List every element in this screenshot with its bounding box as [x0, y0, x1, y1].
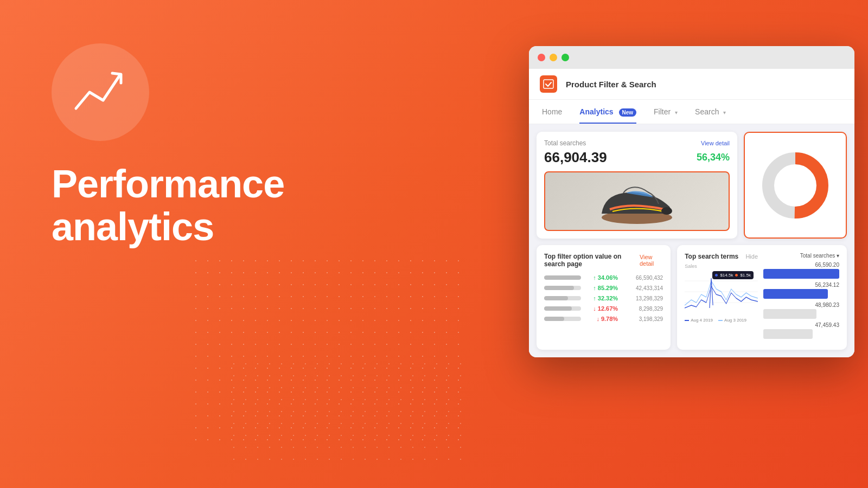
browser-window: Product Filter & Search Home Analytics N…: [529, 46, 854, 357]
filter-chevron-icon: ▾: [675, 110, 678, 115]
search-terms-card: Top search terms Hide Sales: [677, 245, 847, 350]
donut-chart-card: [744, 132, 847, 239]
search-bar-item-3: 47,459.43: [763, 322, 839, 339]
tooltip-val1: $14.5k: [720, 273, 733, 278]
line-chart-area: Top search terms Hide Sales: [685, 253, 758, 342]
dots-pattern-2: [228, 358, 472, 466]
filter-bar-0: [544, 275, 581, 280]
app-logo: [540, 75, 557, 93]
bar-value-0: 66,590.20: [763, 262, 839, 268]
filter-val-4: 3,198,329: [622, 316, 663, 322]
app-navbar: Product Filter & Search: [529, 69, 854, 100]
bar-value-2: 48,980.23: [763, 302, 839, 308]
bottom-cards-row: Top filter option value on search page V…: [537, 245, 847, 350]
search-bar-item-1: 56,234.12: [763, 282, 839, 299]
chart-sales-label: Sales: [685, 264, 758, 269]
hero-icon-circle: [52, 43, 149, 141]
filter-val-2: 13,298,329: [622, 296, 663, 301]
bar-fill-2: [763, 309, 816, 319]
chart-legend: Aug 4 2019 Aug 3 2019: [685, 318, 758, 323]
search-chevron-icon: ▾: [723, 110, 726, 115]
minimize-button[interactable]: [550, 54, 557, 61]
app-title: Product Filter & Search: [566, 80, 656, 89]
tooltip-dot-blue: [715, 274, 718, 277]
filter-val-1: 42,433,314: [622, 285, 663, 291]
filter-val-0: 66,590,432: [622, 275, 663, 281]
filter-pct-1: ↑ 85.29%: [585, 285, 618, 291]
chart-wrapper: $14.5k $1.5k: [685, 270, 758, 316]
analytics-badge: New: [619, 108, 637, 117]
cards-area: Total searches View detail 66,904.39 56,…: [529, 124, 854, 357]
nav-filter[interactable]: Filter ▾: [654, 100, 678, 124]
filter-bar-wrap-3: [544, 306, 581, 311]
nav-analytics[interactable]: Analytics New: [579, 100, 636, 124]
nav-search[interactable]: Search ▾: [695, 100, 726, 124]
total-searches-card: Total searches View detail 66,904.39 56,…: [537, 132, 737, 239]
tooltip-val2: $1.5k: [740, 273, 751, 278]
donut-chart: [760, 150, 831, 221]
filter-card-title: Top filter option value on search page: [544, 253, 640, 268]
tooltip-dot-orange: [735, 274, 738, 277]
search-bars-list: 66,590.20 56,234.12 48,980.23 47,459.43: [763, 262, 839, 339]
total-searches-dropdown[interactable]: Total searches ▾: [763, 253, 839, 259]
filter-rows: ↑ 34.06% 66,590,432 ↑ 85.29% 42,433,314 …: [544, 274, 663, 322]
bar-value-3: 47,459.43: [763, 322, 839, 328]
filter-view-detail[interactable]: View detail: [640, 254, 663, 267]
bar-fill-3: [763, 329, 813, 339]
filter-bar-4: [544, 317, 564, 321]
filter-val-3: 8,298,329: [622, 306, 663, 312]
legend-color-2: [718, 320, 723, 321]
legend-label-2: Aug 3 2019: [724, 318, 746, 323]
svg-rect-0: [544, 80, 553, 88]
filter-pct-3: ↓ 12.67%: [585, 305, 618, 312]
filter-bar-wrap-0: [544, 275, 581, 280]
hero-title-line1: Performance: [52, 163, 284, 206]
search-terms-title: Top search terms: [685, 253, 738, 260]
filter-options-card: Top filter option value on search page V…: [537, 245, 671, 350]
bar-fill-0: [763, 269, 839, 279]
filter-bar-wrap-4: [544, 317, 581, 321]
filter-pct-0: ↑ 34.06%: [585, 274, 618, 281]
svg-point-2: [661, 207, 672, 215]
shoe-icon: [593, 177, 680, 226]
legend-item-2: Aug 3 2019: [718, 318, 746, 323]
legend-item-1: Aug 4 2019: [685, 318, 713, 323]
filter-row-0: ↑ 34.06% 66,590,432: [544, 274, 663, 281]
legend-color-1: [685, 320, 689, 321]
maximize-button[interactable]: [561, 54, 569, 61]
nav-home[interactable]: Home: [542, 100, 562, 124]
view-detail-link[interactable]: View detail: [701, 140, 730, 146]
filter-bar-2: [544, 296, 568, 300]
filter-pct-4: ↓ 9.78%: [585, 316, 618, 322]
total-searches-label: Total searches: [544, 139, 586, 147]
search-bars-area: Total searches ▾ 66,590.20 56,234.12 48,…: [763, 253, 839, 342]
top-cards-row: Total searches View detail 66,904.39 56,…: [537, 132, 847, 239]
search-bar-item-0: 66,590.20: [763, 262, 839, 279]
hero-title-line2: analytics: [52, 206, 284, 248]
filter-row-4: ↓ 9.78% 3,198,329: [544, 316, 663, 322]
chart-tooltip: $14.5k $1.5k: [712, 271, 754, 279]
search-bar-item-2: 48,980.23: [763, 302, 839, 319]
filter-bar-wrap-1: [544, 286, 581, 290]
filter-bar-3: [544, 306, 572, 311]
total-searches-percent: 56,34%: [697, 152, 730, 163]
filter-row-1: ↑ 85.29% 42,433,314: [544, 285, 663, 291]
browser-titlebar: [529, 46, 854, 69]
legend-label-1: Aug 4 2019: [691, 318, 713, 323]
product-image: [544, 171, 730, 231]
filter-row-3: ↓ 12.67% 8,298,329: [544, 305, 663, 312]
trending-up-icon: [73, 68, 127, 117]
filter-bar-wrap-2: [544, 296, 581, 300]
filter-pct-2: ↑ 32.32%: [585, 295, 618, 301]
nav-menu: Home Analytics New Filter ▾ Search ▾: [529, 100, 854, 124]
filter-bar-1: [544, 286, 574, 290]
filter-row-2: ↑ 32.32% 13,298,329: [544, 295, 663, 301]
hide-btn[interactable]: Hide: [745, 253, 758, 260]
bar-value-1: 56,234.12: [763, 282, 839, 288]
total-searches-value: 66,904.39: [544, 149, 607, 166]
bar-fill-1: [763, 289, 828, 299]
close-button[interactable]: [538, 54, 545, 61]
hero-text: Performance analytics: [52, 163, 284, 248]
